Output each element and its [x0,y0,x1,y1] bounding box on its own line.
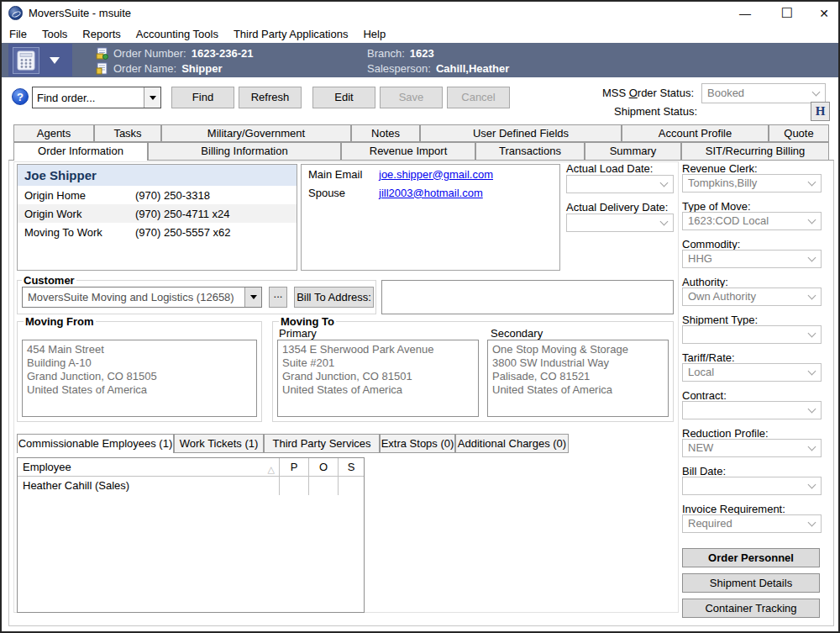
tab-sit-recurring-billing[interactable]: SIT/Recurring Billing [681,142,829,161]
menu-file[interactable]: File [2,28,34,40]
menu-bar: File Tools Reports Accounting Tools Thir… [2,25,838,43]
reduction-profile-select[interactable]: NEW [682,439,822,457]
moving-to-secondary-address[interactable]: One Stop Moving & Storage 3800 SW Indust… [487,340,669,417]
contract-select[interactable] [682,401,822,419]
menu-reports[interactable]: Reports [75,28,129,40]
save-button[interactable]: Save [380,87,443,108]
column-header-p[interactable]: P [279,458,308,476]
employee-o-cell[interactable] [308,477,338,495]
close-button[interactable]: ✕ [810,3,838,24]
employee-s-cell[interactable] [338,477,364,495]
tab-military-government[interactable]: Military/Government [161,124,351,142]
email-label: Spouse [302,187,379,199]
tab-summary[interactable]: Summary [585,142,681,161]
customer-dropdown-button[interactable] [244,287,261,307]
tab-order-information[interactable]: Order Information [13,142,148,161]
customer-more-button[interactable]: ... [269,287,287,308]
tab-notes[interactable]: Notes [351,124,420,142]
column-header-employee[interactable]: Employee △ [18,458,279,476]
menu-accounting-tools[interactable]: Accounting Tools [129,28,226,40]
tab-quote[interactable]: Quote [769,124,829,142]
chevron-down-icon [808,330,816,338]
find-order-combobox[interactable] [32,87,161,108]
tab-transactions[interactable]: Transactions [475,142,585,161]
address-line: Grand Junction, CO 81501 [282,370,478,383]
bill-to-address-box[interactable] [381,280,674,314]
tab-work-tickets[interactable]: Work Tickets (1) [174,434,264,453]
actual-load-date-select[interactable] [566,175,674,193]
phone-row[interactable]: Moving To Work (970) 250-5557 x62 [18,223,297,241]
address-line: Building A-10 [27,356,256,370]
shipment-details-button[interactable]: Shipment Details [682,573,820,593]
tab-extra-stops[interactable]: Extra Stops (0) [380,434,455,453]
tab-agents[interactable]: Agents [13,124,94,142]
chevron-down-icon [808,254,816,262]
commodity-select[interactable]: HHG [682,250,822,268]
help-icon[interactable]: ? [12,88,29,105]
salesperson-value: Cahill,Heather [436,62,509,75]
phone-label: Origin Work [18,208,135,220]
calculator-icon[interactable] [13,47,39,74]
order-personnel-button[interactable]: Order Personnel [682,548,820,567]
column-header-s[interactable]: S [338,458,364,476]
shipment-type-select[interactable] [682,325,822,344]
edit-button[interactable]: Edit [312,87,375,108]
commodity-value: HHG [688,252,712,265]
tab-account-profile[interactable]: Account Profile [622,124,769,142]
moving-from-address[interactable]: 454 Main Street Building A-10 Grand Junc… [22,340,257,417]
phone-row[interactable]: Origin Home (970) 250-3318 [18,186,297,204]
find-order-input[interactable] [33,87,144,108]
actual-delivery-date-select[interactable] [566,214,674,232]
tab-user-defined-fields[interactable]: User Defined Fields [420,124,622,142]
tab-tasks[interactable]: Tasks [94,124,161,142]
minimize-button[interactable]: — [731,3,759,24]
actual-delivery-date-label: Actual Delivery Date: [566,201,668,214]
history-button[interactable]: H [811,102,830,121]
menu-help[interactable]: Help [355,28,393,40]
dropdown-arrow-icon [150,96,156,100]
mss-order-status-select[interactable]: Booked [701,83,826,103]
address-line: 1354 E Sherwood Park Avenue [282,343,478,356]
bill-date-select[interactable] [682,477,822,495]
moving-to-primary-address[interactable]: 1354 E Sherwood Park Avenue Suite #201 G… [277,340,479,417]
menu-tools[interactable]: Tools [34,28,75,40]
actual-load-date-label: Actual Load Date: [566,162,653,175]
mss-order-status-label: MSS Order Status: [602,87,694,99]
container-tracking-button[interactable]: Container Tracking [682,599,820,618]
shipper-name: Joe Shipper [18,165,297,186]
employee-p-cell[interactable] [279,477,308,495]
calculator-dropdown-icon[interactable] [50,57,60,64]
invoice-requirement-select[interactable]: Required [682,514,822,533]
tab-additional-charges[interactable]: Additional Charges (0) [455,434,569,453]
tab-commissionable-employees[interactable]: Commissionable Employees (1) [17,434,174,453]
chevron-down-icon [660,179,669,187]
revenue-clerk-value: Tompkins,Billy [688,177,757,189]
email-link[interactable]: joe.shipper@gmail.com [379,168,493,181]
find-order-dropdown-button[interactable] [144,87,160,108]
tariff-rate-select[interactable]: Local [682,363,822,382]
sort-ascending-icon[interactable]: △ [268,461,275,478]
maximize-button[interactable]: ☐ [773,3,801,24]
phone-value: (970) 250-4711 x24 [135,208,230,220]
address-line: United States of America [282,383,478,397]
table-row[interactable]: Heather Cahill (Sales) [18,477,364,495]
column-header-o[interactable]: O [308,458,338,476]
find-button[interactable]: Find [171,87,234,108]
tab-third-party-services[interactable]: Third Party Services (0) [264,434,380,453]
menu-third-party-applications[interactable]: Third Party Applications [226,28,356,40]
chevron-down-icon [808,443,816,451]
phone-row[interactable]: Origin Work (970) 250-4711 x24 [18,204,297,223]
customer-combobox[interactable]: MoversSuite Moving and Logistics (12658) [22,287,262,308]
bill-to-address-button[interactable]: Bill To Address: [294,287,374,308]
tab-billing-information[interactable]: Billing Information [148,142,341,161]
authority-select[interactable]: Own Authority [682,287,822,306]
refresh-button[interactable]: Refresh [239,87,302,108]
revenue-clerk-label: Revenue Clerk: [682,162,758,175]
tab-revenue-import[interactable]: Revenue Import [341,142,475,161]
email-link[interactable]: jill2003@hotmail.com [379,187,483,199]
revenue-clerk-select[interactable]: Tompkins,Billy [682,174,822,193]
type-of-move-select[interactable]: 1623:COD Local [682,212,822,230]
cancel-button[interactable]: Cancel [447,87,510,108]
title-bar[interactable]: MoversSuite - msuite — ☐ ✕ [2,2,838,25]
authority-label: Authority: [682,276,728,288]
